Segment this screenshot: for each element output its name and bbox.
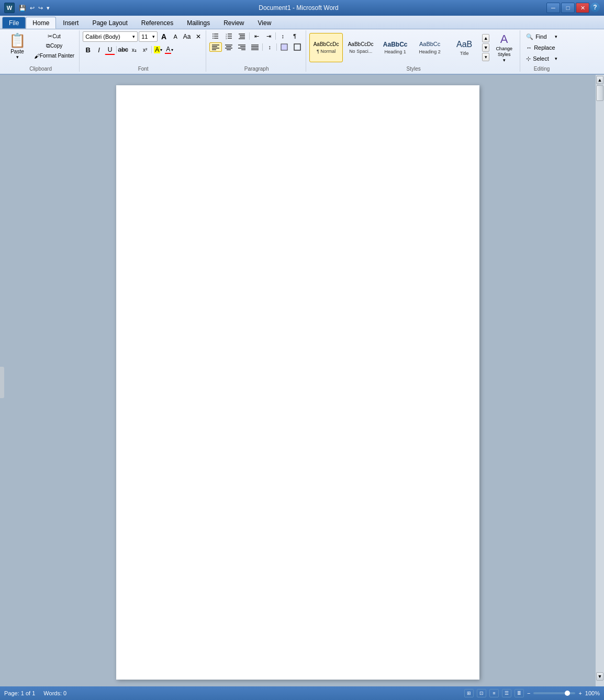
align-left-button[interactable] (209, 42, 222, 52)
paste-button[interactable]: 📋 Paste ▾ (4, 31, 30, 61)
clipboard-label: Clipboard (4, 65, 77, 72)
copy-button[interactable]: ⧉ Copy (31, 41, 77, 51)
document-page[interactable] (116, 85, 479, 680)
scrollbar-up-btn[interactable]: ▲ (596, 76, 603, 84)
save-qa-btn[interactable]: 💾 (18, 4, 27, 13)
paragraph-label: Paragraph (209, 65, 304, 72)
zoom-thumb (565, 691, 570, 696)
minimize-btn[interactable]: ─ (546, 3, 560, 13)
tab-view[interactable]: View (251, 17, 278, 29)
bullets-button[interactable] (209, 31, 222, 41)
replace-button[interactable]: ↔ Replace (523, 42, 560, 53)
clear-formatting-button[interactable]: ✕ (193, 31, 204, 42)
select-icon: ⊹ (526, 55, 531, 62)
sort-button[interactable]: ↕ (277, 31, 288, 41)
status-right: ⊞ ⊡ ≡ ☰ ≣ − + 100% (464, 689, 600, 697)
cut-button[interactable]: ✂ Cut (31, 31, 77, 41)
zoom-level: 100% (585, 690, 600, 696)
underline-button[interactable]: U (105, 44, 115, 55)
tab-file[interactable]: File (2, 17, 26, 29)
font-top-row: Calibri (Body) ▾ 11 ▾ A A Aa ✕ (83, 31, 204, 42)
web-layout-btn[interactable]: ≡ (489, 689, 499, 697)
help-btn[interactable]: ? (590, 3, 600, 12)
replace-icon: ↔ (526, 44, 532, 51)
style-no-spacing[interactable]: AaBbCcDc No Spaci... (344, 33, 377, 62)
increase-indent-button[interactable]: ⇥ (263, 31, 274, 41)
superscript-button[interactable]: x² (140, 44, 150, 55)
outline-btn[interactable]: ☰ (502, 689, 511, 697)
shading-button[interactable] (278, 42, 290, 52)
highlight-icon: A (154, 46, 160, 53)
status-left: Page: 1 of 1 Words: 0 (4, 690, 66, 696)
change-case-button[interactable]: Aa (182, 31, 192, 42)
tab-insert[interactable]: Insert (56, 17, 85, 29)
font-size-dropdown: ▾ (152, 34, 155, 39)
zoom-minus-btn[interactable]: − (527, 690, 530, 696)
style-normal-label: ¶ Normal (317, 49, 335, 54)
full-screen-btn[interactable]: ⊡ (477, 689, 486, 697)
svg-text:3.: 3. (226, 37, 227, 40)
qa-more-btn[interactable]: ▾ (46, 4, 51, 13)
paragraph-content: 1.2.3. ⇤ ⇥ ↕ ¶ (209, 31, 304, 64)
line-spacing-button[interactable]: ↕ (264, 42, 275, 52)
font-group: Calibri (Body) ▾ 11 ▾ A A Aa ✕ B I U abc… (81, 30, 206, 72)
change-styles-label: ChangeStyles (496, 46, 512, 58)
vertical-scrollbar[interactable]: ▲ ▼ (596, 75, 604, 690)
undo-qa-btn[interactable]: ↩ (29, 4, 36, 13)
borders-button[interactable] (291, 42, 304, 52)
find-icon: 🔍 (526, 33, 533, 40)
shrink-font-button[interactable]: A (170, 31, 181, 42)
tab-references[interactable]: References (135, 17, 180, 29)
zoom-plus-btn[interactable]: + (578, 690, 581, 696)
tab-mailings[interactable]: Mailings (180, 17, 217, 29)
styles-content: AaBbCcDc ¶ Normal AaBbCcDc No Spaci... A… (309, 31, 518, 64)
styles-more-btn[interactable]: ▾ (482, 53, 489, 61)
change-styles-button[interactable]: A ChangeStyles ▾ (490, 33, 518, 62)
close-btn[interactable]: ✕ (576, 3, 589, 13)
zoom-slider[interactable] (533, 692, 575, 694)
style-title-label: Title (460, 51, 469, 56)
decrease-indent-button[interactable]: ⇤ (251, 31, 262, 41)
tab-home[interactable]: Home (26, 17, 56, 29)
tab-page-layout[interactable]: Page Layout (85, 17, 134, 29)
style-normal[interactable]: AaBbCcDc ¶ Normal (309, 33, 343, 62)
change-styles-dropdown: ▾ (503, 58, 506, 63)
text-highlight-button[interactable]: A ▾ (153, 44, 163, 55)
align-center-button[interactable] (222, 42, 235, 52)
subscript-button[interactable]: x₂ (129, 44, 139, 55)
format-painter-button[interactable]: 🖌 Format Painter (31, 51, 77, 61)
find-button[interactable]: 🔍 Find ▾ (523, 31, 560, 42)
font-name-selector[interactable]: Calibri (Body) ▾ (83, 31, 138, 42)
styles-scroll-down[interactable]: ▼ (482, 43, 489, 52)
print-layout-btn[interactable]: ⊞ (464, 689, 474, 697)
draft-btn[interactable]: ≣ (514, 689, 524, 697)
style-heading2[interactable]: AaBbCc Heading 2 (413, 33, 446, 62)
style-heading1-preview: AaBbCc (383, 41, 408, 48)
justify-button[interactable] (249, 42, 261, 52)
scrollbar-thumb[interactable] (596, 85, 603, 101)
font-bottom-row: B I U abc x₂ x² A ▾ A ▾ (83, 44, 174, 55)
styles-scroll-up[interactable]: ▲ (482, 34, 489, 42)
multilevel-list-button[interactable] (236, 31, 248, 41)
left-ruler-handle[interactable] (0, 367, 4, 398)
style-heading1[interactable]: AaBbCc Heading 1 (378, 33, 412, 62)
tab-review[interactable]: Review (217, 17, 251, 29)
quick-access-toolbar: 💾 ↩ ↪ ▾ (18, 4, 51, 13)
italic-button[interactable]: I (94, 44, 104, 55)
style-title[interactable]: AaB Title (448, 33, 481, 62)
show-hide-button[interactable]: ¶ (289, 31, 300, 41)
font-color-button[interactable]: A ▾ (164, 44, 174, 55)
strikethrough-button[interactable]: abc (118, 44, 128, 55)
restore-btn[interactable]: □ (561, 3, 575, 13)
align-right-button[interactable] (236, 42, 248, 52)
style-normal-preview: AaBbCcDc (314, 41, 339, 48)
scrollbar-down-btn[interactable]: ▼ (596, 672, 603, 681)
bold-button[interactable]: B (83, 44, 93, 55)
grow-font-button[interactable]: A (159, 31, 169, 42)
select-button[interactable]: ⊹ Select ▾ (523, 53, 560, 64)
main-area: ▲ ▼ (0, 75, 604, 690)
numbering-button[interactable]: 1.2.3. (222, 31, 235, 41)
redo-qa-btn[interactable]: ↪ (37, 4, 44, 13)
font-size-selector[interactable]: 11 ▾ (139, 31, 158, 42)
paragraph-top-row: 1.2.3. ⇤ ⇥ ↕ ¶ (209, 31, 300, 41)
